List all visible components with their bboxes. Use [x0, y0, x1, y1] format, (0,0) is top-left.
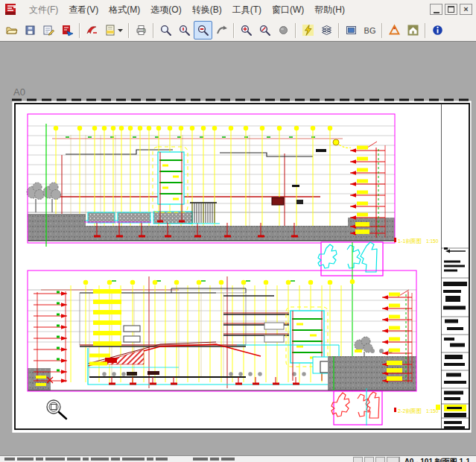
menu-tools[interactable]: 工具(T) — [227, 1, 267, 19]
restore-icon — [448, 6, 454, 13]
zoom-window-icon — [197, 24, 209, 37]
toolbar-separator — [128, 23, 130, 38]
home-icon — [407, 24, 419, 37]
toolbar-separator — [233, 23, 235, 38]
toolbar-separator — [79, 23, 80, 38]
menu-help[interactable]: 帮助(H) — [309, 1, 350, 19]
save-button[interactable] — [21, 21, 39, 39]
svg-text:2-2剖面图: 2-2剖面图 — [398, 408, 422, 414]
zoom-in-icon — [159, 24, 172, 37]
batch-convert-icon — [104, 24, 124, 37]
bg-toggle-label: BG — [364, 26, 376, 35]
zoom-window-button[interactable] — [194, 21, 212, 39]
restore-button[interactable] — [445, 4, 457, 15]
svg-text:1:150: 1:150 — [426, 238, 439, 244]
batch-convert-button[interactable] — [101, 21, 126, 39]
convert-icon — [61, 24, 74, 37]
view-3d-icon — [388, 24, 401, 37]
zoom-previous-button[interactable] — [256, 21, 274, 39]
print-icon — [135, 24, 147, 37]
drawing-canvas[interactable]: A0 — [0, 41, 476, 455]
tab-scroll-next[interactable] — [375, 457, 385, 462]
toolbar: BG — [0, 19, 476, 42]
zoom-previous-icon — [258, 24, 271, 37]
toolbar-separator — [338, 23, 340, 38]
toolbar-separator — [425, 23, 426, 38]
active-sheet-tab[interactable]: A0 - 101 剖面图 1-1 — [404, 457, 470, 462]
zoom-extents-button[interactable] — [237, 21, 256, 39]
status-bar: A0 - 101 剖面图 1-1 — [0, 455, 476, 462]
convert-button[interactable] — [58, 21, 77, 39]
background-image-icon — [345, 24, 358, 37]
minimize-icon — [434, 12, 439, 13]
key-plan-lower — [331, 388, 382, 425]
window-controls: × — [430, 4, 472, 15]
close-icon: × — [463, 5, 468, 13]
menu-window[interactable]: 窗口(W) — [267, 1, 309, 19]
tab-scroll-first[interactable] — [353, 457, 363, 462]
render-sphere-icon — [277, 24, 290, 37]
menu-options[interactable]: 选项(O) — [145, 1, 186, 19]
render-button[interactable] — [274, 21, 293, 39]
open-button[interactable] — [2, 21, 21, 39]
upper-section-label: 1-1剖面图 1:150 — [394, 238, 439, 244]
layers-button[interactable] — [317, 21, 336, 39]
layout-label: A0 — [13, 86, 25, 98]
lower-section-label: 2-2剖面图 1:150 — [394, 408, 439, 414]
layers-icon — [320, 24, 333, 37]
open-icon — [5, 24, 18, 37]
toolbar-separator — [153, 23, 154, 38]
background-image-button[interactable] — [342, 21, 361, 39]
save-icon — [24, 24, 37, 37]
pan-button[interactable] — [212, 21, 231, 39]
save-as-button[interactable] — [39, 21, 58, 39]
cad-view: A0 — [0, 42, 476, 456]
menu-convert[interactable]: 转换(B) — [187, 1, 227, 19]
zoom-extents-icon — [240, 24, 253, 37]
tab-scroll-last[interactable] — [387, 457, 400, 462]
menu-format[interactable]: 格式(M) — [104, 1, 145, 19]
close-button[interactable]: × — [460, 4, 472, 15]
zoom-1-1-button[interactable] — [175, 21, 194, 39]
info-icon — [431, 24, 444, 37]
tab-scroll-prev[interactable] — [364, 457, 374, 462]
menu-file[interactable]: 文件(F) — [24, 1, 63, 19]
pdf-export-icon — [86, 24, 98, 37]
home-view-button[interactable] — [404, 21, 422, 39]
app-logo-icon — [4, 3, 19, 16]
bg-toggle-button[interactable]: BG — [361, 21, 379, 39]
save-as-icon — [42, 24, 55, 37]
about-button[interactable] — [428, 21, 447, 39]
pdf-export-button[interactable] — [83, 21, 101, 39]
menu-bar: 文件(F) 查看(V) 格式(M) 选项(O) 转换(B) 工具(T) 窗口(W… — [0, 0, 476, 19]
sheet-tab-buttons — [353, 457, 400, 462]
app-window: 文件(F) 查看(V) 格式(M) 选项(O) 转换(B) 工具(T) 窗口(W… — [0, 0, 476, 462]
view-3d-button[interactable] — [385, 21, 404, 39]
toolbar-separator — [295, 23, 296, 38]
markup-lightning-icon — [302, 24, 314, 37]
zoom-1-1-icon — [178, 24, 191, 37]
status-text-fragment — [4, 458, 235, 461]
menu-view[interactable]: 查看(V) — [63, 1, 104, 19]
toolbar-separator — [381, 23, 383, 38]
svg-text:1-1剖面图: 1-1剖面图 — [398, 238, 422, 244]
markup-button[interactable] — [299, 21, 317, 39]
zoom-in-button[interactable] — [156, 21, 175, 39]
print-button[interactable] — [132, 21, 150, 39]
pan-icon — [215, 24, 228, 37]
minimize-button[interactable] — [430, 4, 442, 15]
